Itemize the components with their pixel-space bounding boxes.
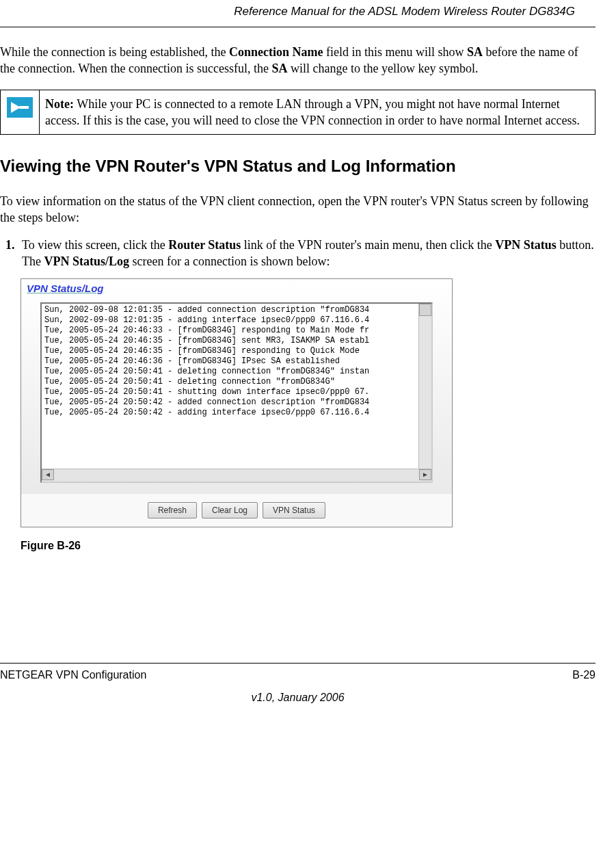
refresh-button[interactable]: Refresh	[148, 502, 197, 519]
page-header: Reference Manual for the ADSL Modem Wire…	[0, 0, 595, 27]
note-label: Note:	[45, 97, 74, 111]
step1-part-2: link of the VPN router's main menu, then…	[241, 238, 495, 252]
vertical-scrollbar[interactable]	[418, 304, 431, 469]
vpn-status-log-title: VPN Status/Log	[27, 282, 446, 298]
scroll-up-button[interactable]	[419, 304, 431, 316]
step1-part-5: VPN Status/Log	[44, 254, 129, 268]
footer-right: B-29	[572, 668, 595, 683]
intro-part-1: Connection Name	[229, 45, 323, 59]
footer-left: NETGEAR VPN Configuration	[0, 668, 146, 683]
clear-log-button[interactable]: Clear Log	[202, 502, 258, 519]
intro-paragraph: While the connection is being establishe…	[0, 44, 595, 77]
note-box: Note: While your PC is connected to a re…	[0, 90, 595, 135]
step1-part-1: Router Status	[168, 238, 241, 252]
note-icon-cell	[1, 90, 40, 135]
log-textarea[interactable]: Sun, 2002-09-08 12:01:35 - added connect…	[40, 302, 433, 483]
scroll-right-button[interactable]: ►	[419, 469, 431, 480]
screenshot-header: VPN Status/Log Sun, 2002-09-08 12:01:35 …	[21, 279, 452, 494]
intro-part-3: SA	[467, 45, 483, 59]
vpn-status-screenshot: VPN Status/Log Sun, 2002-09-08 12:01:35 …	[21, 278, 453, 527]
note-body: While your PC is connected to a remote L…	[45, 97, 580, 127]
step1-part-6: screen for a connection is shown below:	[129, 254, 330, 268]
log-content: Sun, 2002-09-08 12:01:35 - added connect…	[42, 304, 431, 419]
button-row: Refresh Clear Log VPN Status	[21, 494, 452, 527]
footer-version: v1.0, January 2006	[0, 690, 595, 705]
intro-part-2: field in this menu will show	[323, 45, 467, 59]
step1-part-3: VPN Status	[495, 238, 557, 252]
section-heading: Viewing the VPN Router's VPN Status and …	[0, 155, 595, 177]
section-intro: To view information on the status of the…	[0, 193, 595, 226]
intro-part-6: will change to the yellow key symbol.	[288, 62, 479, 75]
vpn-status-button[interactable]: VPN Status	[263, 502, 325, 519]
scroll-left-button[interactable]: ◄	[42, 469, 54, 480]
arrow-right-icon	[7, 97, 33, 118]
intro-part-5: SA	[272, 62, 288, 75]
step-1: To view this screen, click the Router St…	[18, 237, 595, 270]
page-footer: NETGEAR VPN Configuration B-29	[0, 663, 595, 685]
horizontal-scrollbar[interactable]: ◄ ►	[42, 469, 431, 482]
intro-part-0: While the connection is being establishe…	[0, 45, 229, 59]
figure-caption: Figure B-26	[21, 538, 595, 553]
note-text: Note: While your PC is connected to a re…	[40, 90, 595, 135]
step1-part-0: To view this screen, click the	[22, 238, 168, 252]
